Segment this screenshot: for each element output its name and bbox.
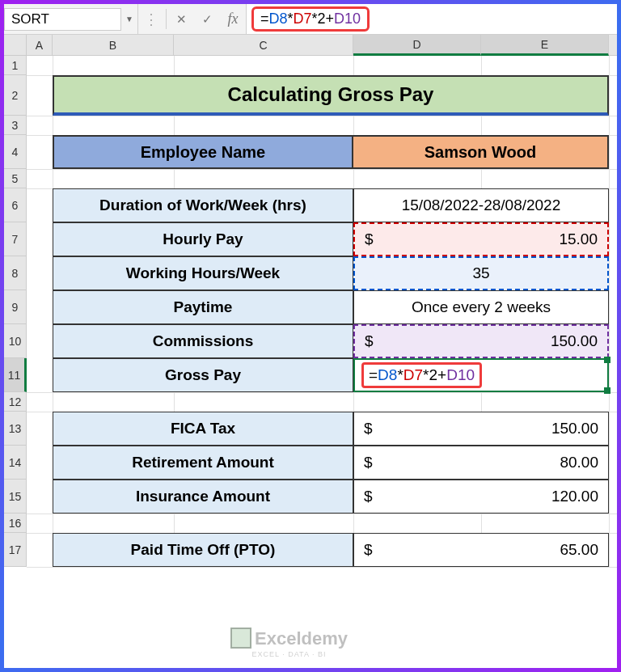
cancel-icon[interactable]: ✕ [168, 4, 194, 34]
working-hours-label[interactable]: Working Hours/Week [53, 256, 353, 290]
currency-amount: 65.00 [560, 541, 598, 559]
currency-amount: 120.00 [551, 488, 598, 505]
currency-pair: $ 150.00 [364, 420, 598, 437]
row-header-2[interactable]: 2 [4, 75, 27, 116]
gross-pay-label[interactable]: Gross Pay [53, 358, 353, 392]
row-header-6[interactable]: 6 [4, 188, 27, 222]
employee-name-value[interactable]: Samson Wood [353, 135, 609, 169]
retirement-value[interactable]: $ 80.00 [353, 446, 609, 480]
cells-area[interactable]: Calculating Gross Pay Employee Name Sams… [27, 56, 617, 567]
row-header-11[interactable]: 11 [4, 358, 27, 392]
currency-pair: $ 15.00 [365, 230, 598, 248]
row-header-14[interactable]: 14 [4, 446, 27, 480]
row-header-9[interactable]: 9 [4, 290, 27, 324]
fill-handle-icon[interactable] [604, 387, 610, 394]
watermark-text: Exceldemy [255, 628, 348, 649]
fica-tax-label[interactable]: FICA Tax [53, 412, 353, 446]
watermark: Exceldemy EXCEL · DATA · BI [230, 628, 348, 658]
spreadsheet-grid: A B C D E 1 2 3 4 5 6 7 8 9 10 11 12 13 … [4, 35, 617, 567]
insurance-value[interactable]: $ 120.00 [353, 480, 609, 514]
separator [166, 9, 167, 30]
row-header-7[interactable]: 7 [4, 222, 27, 256]
col-header-D[interactable]: D [353, 35, 481, 56]
paytime-value[interactable]: Once every 2 weeks [353, 290, 609, 324]
name-box[interactable]: SORT [4, 8, 121, 31]
currency-pair: $ 150.00 [365, 332, 598, 350]
hourly-pay-value[interactable]: $ 15.00 [353, 222, 609, 256]
formula-bar-expand-icon[interactable]: ⋮ [138, 4, 164, 34]
row-header-13[interactable]: 13 [4, 412, 27, 446]
formula-bar: SORT ▼ ⋮ ✕ ✓ fx =D8*D7*2+D10 [4, 4, 617, 35]
row-header-10[interactable]: 10 [4, 324, 27, 358]
name-box-dropdown-icon[interactable]: ▼ [121, 15, 137, 23]
watermark-icon [230, 628, 251, 649]
insurance-label[interactable]: Insurance Amount [53, 480, 353, 514]
row-header-17[interactable]: 17 [4, 533, 27, 567]
row-header-4[interactable]: 4 [4, 135, 27, 169]
col-header-B[interactable]: B [53, 35, 174, 55]
row-headers: 1 2 3 4 5 6 7 8 9 10 11 12 13 14 15 16 1… [4, 56, 27, 567]
col-header-C[interactable]: C [174, 35, 353, 55]
currency-symbol: $ [364, 420, 373, 437]
fica-tax-value[interactable]: $ 150.00 [353, 412, 609, 446]
row-header-12[interactable]: 12 [4, 392, 27, 412]
currency-pair: $ 80.00 [364, 454, 598, 471]
currency-symbol: $ [365, 332, 374, 350]
currency-amount: 15.00 [559, 230, 598, 248]
duration-label[interactable]: Duration of Work/Week (hrs) [53, 188, 353, 222]
col-header-E[interactable]: E [481, 35, 609, 56]
currency-amount: 80.00 [560, 454, 598, 471]
duration-value[interactable]: 15/08/2022-28/08/2022 [353, 188, 609, 222]
row-header-15[interactable]: 15 [4, 480, 27, 514]
currency-symbol: $ [364, 454, 373, 471]
confirm-icon[interactable]: ✓ [194, 4, 220, 34]
row-header-3[interactable]: 3 [4, 116, 27, 135]
row-header-16[interactable]: 16 [4, 514, 27, 533]
currency-amount: 150.00 [551, 420, 598, 437]
select-all-corner[interactable] [4, 35, 27, 55]
name-box-text: SORT [11, 11, 49, 27]
pto-value[interactable]: $ 65.00 [353, 533, 609, 567]
name-box-container: SORT ▼ [4, 4, 138, 34]
formula-text: =D8*D7*2+D10 [251, 6, 370, 32]
currency-amount: 150.00 [551, 332, 598, 350]
pto-label[interactable]: Paid Time Off (PTO) [53, 533, 353, 567]
row-header-1[interactable]: 1 [4, 56, 27, 75]
currency-symbol: $ [364, 488, 373, 505]
title-cell[interactable]: Calculating Gross Pay [53, 75, 609, 116]
fx-icon[interactable]: fx [220, 4, 246, 34]
gross-pay-cell[interactable]: =D8*D7*2+D10 [353, 358, 609, 392]
watermark-subtext: EXCEL · DATA · BI [230, 650, 348, 658]
formula-input[interactable]: =D8*D7*2+D10 [246, 4, 617, 34]
col-header-A[interactable]: A [27, 35, 53, 55]
column-headers: A B C D E [4, 35, 617, 56]
row-header-8[interactable]: 8 [4, 256, 27, 290]
employee-name-label[interactable]: Employee Name [53, 135, 353, 169]
currency-pair: $ 120.00 [364, 488, 598, 505]
currency-symbol: $ [364, 541, 373, 559]
row-header-5[interactable]: 5 [4, 169, 27, 188]
paytime-label[interactable]: Paytime [53, 290, 353, 324]
commissions-label[interactable]: Commissions [53, 324, 353, 358]
working-hours-value[interactable]: 35 [353, 256, 609, 290]
currency-pair: $ 65.00 [364, 541, 598, 559]
retirement-label[interactable]: Retirement Amount [53, 446, 353, 480]
fill-handle-icon[interactable] [604, 357, 610, 363]
hourly-pay-label[interactable]: Hourly Pay [53, 222, 353, 256]
currency-symbol: $ [365, 230, 374, 248]
gross-pay-formula: =D8*D7*2+D10 [361, 362, 482, 388]
commissions-value[interactable]: $ 150.00 [353, 324, 609, 358]
